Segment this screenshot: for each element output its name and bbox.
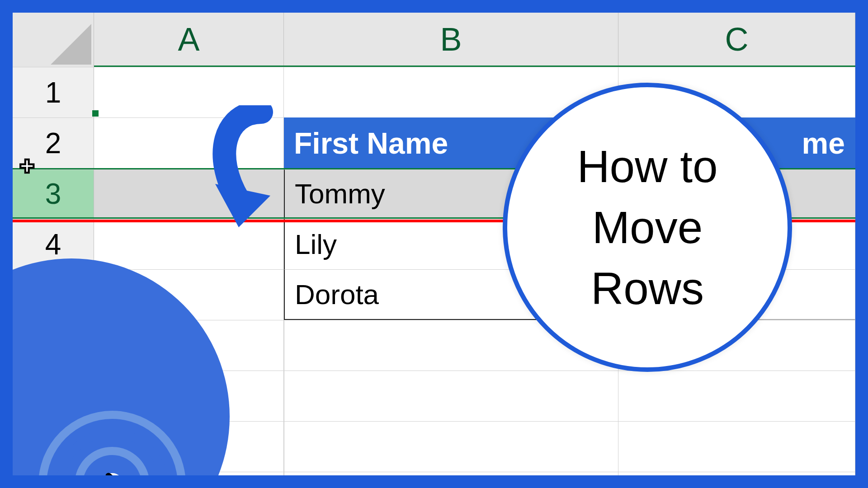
select-all-corner[interactable] [13,13,94,67]
column-header-C[interactable]: C [618,13,855,66]
cell-blank[interactable] [284,371,618,421]
callout-line: Move [592,197,703,258]
cell-A1[interactable] [94,67,284,117]
cell-blank[interactable] [618,371,855,421]
cell-A3[interactable] [94,169,284,217]
selection-handle[interactable] [92,110,99,117]
column-header-B[interactable]: B [284,13,618,66]
svg-marker-0 [51,24,91,65]
logo-ripples-icon [49,421,175,475]
cell-A2[interactable] [94,117,284,168]
callout-circle: How to Move Rows [503,83,792,372]
row-header-1[interactable]: 1 [13,67,94,117]
logo-cursor-icon [99,471,198,475]
row-resize-plus-cursor-icon: ✚ [19,156,35,177]
cell-blank[interactable] [284,421,618,472]
column-headers: A B C [13,13,855,67]
thumbnail-frame: A B C 1 2 First Name me 3 Tommy [0,0,868,488]
callout-line: How to [577,136,717,197]
column-header-A[interactable]: A [94,13,284,66]
cell-blank[interactable] [618,421,855,472]
select-all-triangle-icon [48,22,94,67]
cell-blank[interactable] [284,472,618,475]
spreadsheet-area: A B C 1 2 First Name me 3 Tommy [13,13,855,475]
cell-blank[interactable] [618,472,855,475]
channel-logo [13,258,230,475]
callout-line: Rows [591,258,704,319]
